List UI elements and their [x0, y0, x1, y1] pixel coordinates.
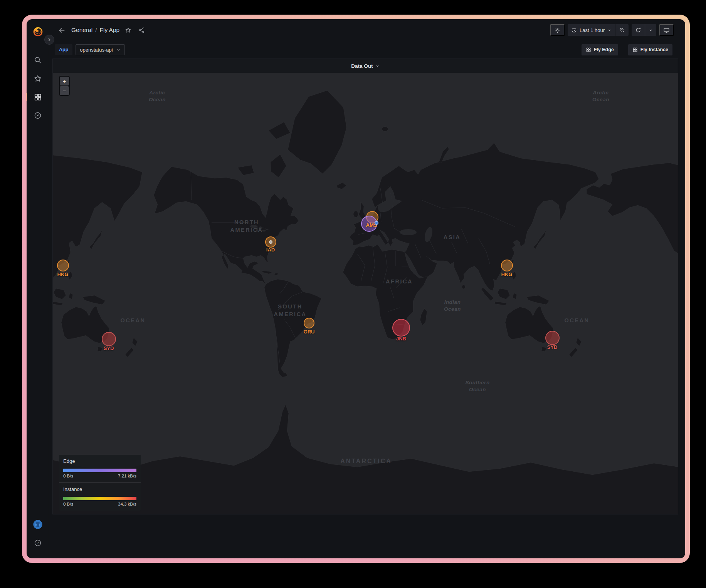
- legend-title: Edge: [63, 458, 136, 464]
- refresh-group: [632, 24, 656, 36]
- star-icon: [34, 74, 42, 83]
- dashboards-grid-icon: [34, 93, 42, 101]
- world-map-basemap: [53, 73, 678, 514]
- grafana-app: ? General / Fly App: [27, 19, 685, 558]
- sidebar-item-profile[interactable]: [30, 518, 45, 531]
- marker-ams-edge-min[interactable]: [375, 221, 378, 225]
- variable-value-dropdown[interactable]: openstatus-api: [76, 44, 124, 55]
- time-range-picker[interactable]: Last 1 hour: [568, 24, 615, 36]
- apps-grid-icon: [632, 47, 638, 52]
- sidebar-expand-button[interactable]: [44, 35, 54, 45]
- map-zoom-in-button[interactable]: +: [60, 77, 69, 85]
- legend-scale: 0 B/s34.3 kB/s: [63, 502, 136, 506]
- marker-hkg-instance-west[interactable]: [57, 260, 69, 271]
- legend-gradient-bar: [63, 469, 136, 472]
- legend-min: 0 B/s: [63, 502, 73, 506]
- chevron-down-icon: [607, 28, 612, 32]
- marker-jnb-instance[interactable]: [392, 319, 410, 337]
- map-zoom-controls: + −: [59, 76, 70, 96]
- fly-instance-label: Fly Instance: [640, 47, 668, 52]
- share-icon: [138, 27, 145, 34]
- browser-window-frame: ? General / Fly App: [22, 15, 690, 563]
- compass-icon: [34, 111, 42, 120]
- legend-title: Instance: [63, 486, 136, 492]
- refresh-icon: [635, 27, 641, 33]
- fly-edge-link[interactable]: Fly Edge: [582, 44, 618, 55]
- time-range-label: Last 1 hour: [580, 27, 605, 33]
- marker-syd-instance[interactable]: [545, 331, 560, 345]
- breadcrumb-folder[interactable]: General: [71, 27, 92, 34]
- chevron-right-icon: [47, 37, 52, 42]
- dashboard-links: Fly Edge Fly Instance: [582, 44, 672, 55]
- marker-syd-instance-west[interactable]: [102, 332, 116, 346]
- variable-value: openstatus-api: [80, 47, 113, 53]
- legend-section-edge: Edge0 B/s7.21 kB/s: [59, 455, 141, 482]
- marker-gru-instance[interactable]: [304, 318, 314, 328]
- tv-mode-button[interactable]: [659, 24, 674, 36]
- legend-scale: 0 B/s7.21 kB/s: [63, 474, 136, 478]
- sidebar-item-starred[interactable]: [30, 72, 45, 85]
- legend-min: 0 B/s: [63, 474, 73, 478]
- sidebar-item-search[interactable]: [30, 53, 45, 67]
- submenu-row: App openstatus-api Fly Edge: [49, 41, 685, 59]
- marker-iad-edge-min[interactable]: [269, 240, 272, 244]
- gear-icon: [554, 27, 561, 34]
- legend-max: 7.21 kB/s: [118, 474, 136, 478]
- chevron-down-icon: [116, 48, 121, 52]
- variable-label: App: [55, 44, 72, 55]
- star-icon: [125, 27, 131, 34]
- legend-max: 34.3 kB/s: [118, 502, 136, 506]
- chevron-down-icon: [375, 64, 380, 68]
- star-dashboard-button[interactable]: [123, 25, 133, 35]
- refresh-interval-dropdown[interactable]: [645, 24, 656, 36]
- monitor-icon: [663, 27, 670, 34]
- breadcrumb-dashboard-title: Fly App: [99, 27, 119, 34]
- fly-edge-label: Fly Edge: [594, 47, 614, 52]
- avatar-icon: [32, 519, 43, 530]
- header-toolbar: Last 1 hour: [550, 24, 674, 36]
- marker-hkg-instance[interactable]: [501, 260, 513, 271]
- map-legend: Edge0 B/s7.21 kB/sInstance0 B/s34.3 kB/s: [59, 455, 141, 511]
- breadcrumb: General / Fly App: [71, 27, 119, 34]
- sidebar-item-help[interactable]: ?: [30, 536, 45, 550]
- apps-grid-icon: [586, 47, 591, 52]
- legend-gradient-bar: [63, 497, 136, 500]
- main-area: General / Fly App: [49, 19, 685, 558]
- panel-title-bar[interactable]: Data Out: [53, 59, 678, 73]
- chevron-down-icon: [649, 28, 653, 32]
- dashboard-header: General / Fly App: [49, 19, 685, 41]
- panel-title: Data Out: [351, 63, 373, 69]
- clock-icon: [571, 27, 577, 33]
- share-dashboard-button[interactable]: [137, 25, 146, 35]
- help-circle-icon: ?: [34, 539, 42, 547]
- breadcrumb-separator: /: [95, 27, 97, 34]
- magnifier-minus-icon: [619, 27, 625, 33]
- world-map-canvas[interactable]: + − Arctic OceanArctic OceanNORTH AMERIC…: [53, 73, 678, 514]
- grafana-logo-icon: [33, 27, 43, 37]
- sidebar-item-explore[interactable]: [30, 109, 45, 122]
- svg-text:?: ?: [37, 541, 39, 545]
- sidebar-item-dashboards[interactable]: [30, 90, 45, 104]
- zoom-out-time-button[interactable]: [615, 24, 629, 36]
- fly-instance-link[interactable]: Fly Instance: [628, 44, 672, 55]
- map-zoom-out-button[interactable]: −: [60, 86, 69, 95]
- search-icon: [34, 56, 42, 64]
- geomap-panel: Data Out: [52, 59, 678, 514]
- dashboard-settings-button[interactable]: [550, 24, 565, 36]
- grafana-logo[interactable]: [30, 25, 45, 39]
- sidebar: ?: [27, 19, 49, 558]
- time-picker-group: Last 1 hour: [568, 24, 629, 36]
- refresh-button[interactable]: [632, 24, 645, 36]
- active-indicator: [27, 93, 27, 101]
- arrow-left-icon: [58, 26, 66, 34]
- legend-section-instance: Instance0 B/s34.3 kB/s: [59, 482, 141, 511]
- back-button[interactable]: [56, 25, 67, 36]
